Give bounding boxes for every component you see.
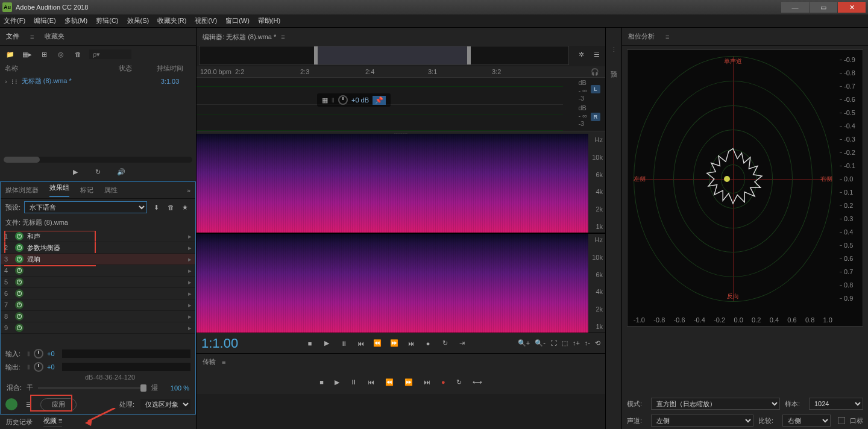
zoom-in-icon[interactable]: 🔍+ <box>518 339 530 347</box>
trash-icon[interactable]: 🗑 <box>72 49 83 60</box>
overview-bar[interactable]: ✲ ☰ <box>199 46 569 65</box>
maximize-button[interactable]: ▭ <box>810 2 837 13</box>
menu-file[interactable]: 文件(F) <box>4 16 25 25</box>
t2-pause[interactable]: ⏸ <box>350 378 357 386</box>
effect-slot-8[interactable]: 8▸ <box>1 311 195 322</box>
tab-markers[interactable]: 标记 <box>80 186 93 195</box>
channel-select[interactable]: 左侧 <box>651 415 753 427</box>
compare-checkbox[interactable] <box>838 417 845 424</box>
effect-slot-9[interactable]: 9▸ <box>1 322 195 334</box>
forward-button[interactable]: ⏩ <box>389 338 400 349</box>
star-icon[interactable]: ★ <box>180 202 190 213</box>
effect-slot-2[interactable]: 2参数均衡器▸ <box>1 242 195 254</box>
spectrogram-left[interactable] <box>197 134 588 233</box>
pause-button[interactable]: ⏸ <box>338 338 349 349</box>
record-button[interactable]: ● <box>423 338 433 349</box>
list-view-icon[interactable]: ☰ <box>591 49 602 60</box>
t2-play[interactable]: ▶ <box>335 378 339 386</box>
left-channel-badge[interactable]: L <box>591 85 600 93</box>
skip-end-button[interactable]: ⏭ <box>406 338 417 349</box>
pin-icon[interactable]: 📌 <box>373 96 386 105</box>
zoom-sel-icon[interactable]: ⬚ <box>562 339 568 347</box>
spectrogram-right[interactable] <box>197 234 588 333</box>
auto-scroll-icon[interactable]: ✲ <box>576 49 587 60</box>
list-icon[interactable]: ☰ <box>24 399 34 410</box>
output-knob[interactable] <box>34 362 43 372</box>
t2-stop[interactable]: ■ <box>319 378 324 386</box>
files-scrollbar[interactable] <box>4 157 192 163</box>
zoom-reset-icon[interactable]: ⟲ <box>595 339 600 347</box>
tab-properties[interactable]: 属性 <box>104 186 118 195</box>
t2-start[interactable]: ⏮ <box>368 378 374 386</box>
effect-slot-3[interactable]: 3混响▸ <box>1 254 195 265</box>
menu-help[interactable]: 帮助(H) <box>258 16 280 25</box>
tab-history[interactable]: 历史记录 <box>6 418 33 427</box>
effect-slot-6[interactable]: 6▸ <box>1 288 195 299</box>
tab-favorites[interactable]: 收藏夹 <box>45 32 64 41</box>
zoom-full-icon[interactable]: ⛶ <box>550 339 557 347</box>
menu-view[interactable]: 视图(V) <box>195 16 217 25</box>
zoom-in-v-icon[interactable]: ↕+ <box>573 339 580 347</box>
apply-button[interactable]: 应用 <box>40 398 77 411</box>
skip-sel-button[interactable]: ⇥ <box>456 338 467 349</box>
headphone-icon[interactable]: 🎧 <box>591 68 599 76</box>
tab-effects-rack[interactable]: 效果组 <box>49 183 69 197</box>
zoom-out-v-icon[interactable]: ↕- <box>585 339 590 347</box>
phase-canvas[interactable]: 单声道 左侧 右侧 反向 -0.9-0.8-0.7-0.6-0.5-0.4-0.… <box>627 49 863 327</box>
file-row[interactable]: › ⫶⫶ 无标题 (8).wma * 3:1.03 <box>0 74 196 88</box>
tab-more[interactable]: » <box>187 187 190 194</box>
hud-knob[interactable] <box>338 95 348 105</box>
stop-button[interactable]: ■ <box>304 338 315 349</box>
timeline[interactable]: 120.0 bpm 2:2 2:3 2:4 3:1 3:2 🎧 <box>197 66 605 77</box>
close-button[interactable]: ✕ <box>838 2 866 13</box>
menu-multitrack[interactable]: 多轨(M) <box>64 16 88 25</box>
process-select[interactable]: 仅选区对象 <box>140 399 190 410</box>
loop-button[interactable]: ↻ <box>439 338 450 349</box>
menu-favorites[interactable]: 收藏夹(R) <box>157 16 186 25</box>
play-icon[interactable]: ▶ <box>70 166 81 177</box>
menu-clip[interactable]: 剪辑(C) <box>96 16 118 25</box>
mix-slider[interactable] <box>38 387 146 389</box>
loop-icon[interactable]: ↻ <box>93 166 104 177</box>
open-file-icon[interactable]: 📁 <box>5 49 16 60</box>
zoom-out-icon[interactable]: 🔍- <box>535 339 546 347</box>
play-button[interactable]: ▶ <box>321 338 332 349</box>
search-input[interactable] <box>89 49 131 59</box>
multitrack-icon[interactable]: ⊞ <box>39 49 49 60</box>
speaker-icon[interactable]: 🔊 <box>116 166 127 177</box>
download-icon[interactable]: ⬇ <box>151 202 162 213</box>
t2-skip[interactable]: ⟷ <box>473 378 482 386</box>
effect-slot-4[interactable]: 4▸ <box>1 265 195 277</box>
mode-select[interactable]: 直方图（日志缩放） <box>651 398 780 410</box>
t2-loop[interactable]: ↻ <box>456 378 462 386</box>
t2-rew[interactable]: ⏪ <box>385 378 394 386</box>
overview-handle[interactable] <box>314 46 471 64</box>
collapsed-panel[interactable]: ⋮ 预设 <box>605 28 622 429</box>
t2-rec[interactable]: ● <box>441 378 445 386</box>
tab-files[interactable]: 文件 <box>6 32 19 41</box>
skip-start-button[interactable]: ⏮ <box>355 338 366 349</box>
input-knob[interactable] <box>34 349 43 359</box>
tab-video[interactable]: 视频 ≡ <box>43 416 62 427</box>
right-channel-badge[interactable]: R <box>591 113 600 121</box>
delete-preset-icon[interactable]: 🗑 <box>165 202 176 213</box>
preset-select[interactable]: 水下语音 <box>24 201 147 213</box>
hud-icon[interactable]: ▦ <box>322 96 328 104</box>
effect-slot-5[interactable]: 5▸ <box>1 277 195 288</box>
t2-end[interactable]: ⏭ <box>424 378 430 386</box>
t2-fwd[interactable]: ⏩ <box>404 378 413 386</box>
menu-edit[interactable]: 编辑(E) <box>34 16 56 25</box>
sample-select[interactable]: 1024 <box>809 398 863 410</box>
menu-effects[interactable]: 效果(S) <box>127 16 149 25</box>
fx-file-name: 无标题 (8).wma <box>22 219 68 226</box>
effect-slot-1[interactable]: 1和声▸ <box>1 231 195 242</box>
minimize-button[interactable]: — <box>781 2 809 13</box>
menu-window[interactable]: 窗口(W) <box>225 16 250 25</box>
tab-media-browser[interactable]: 媒体浏览器 <box>5 186 39 195</box>
effect-slot-7[interactable]: 7▸ <box>1 299 195 311</box>
compare-select[interactable]: 右侧 <box>782 415 831 427</box>
rack-power-button[interactable] <box>5 398 17 410</box>
rewind-button[interactable]: ⏪ <box>372 338 383 349</box>
new-file-icon[interactable]: ▦▸ <box>22 49 33 60</box>
cd-icon[interactable]: ◎ <box>55 49 66 60</box>
